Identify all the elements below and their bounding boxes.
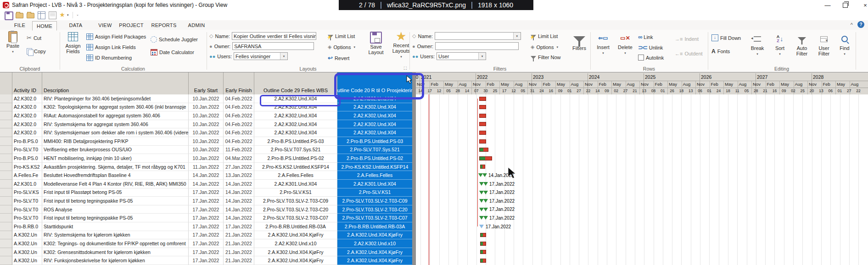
activity-id-cell[interactable]: A.Felles.Fe [12, 171, 42, 180]
activity-id-cell[interactable]: Pro-SLV.KS [12, 188, 42, 197]
outline-code-29-cell[interactable]: 2.Pro-SLV.T03.SLV-2.T03-C09 [254, 197, 337, 205]
early-finish-cell[interactable]: 14.Jan.2022 [224, 205, 254, 214]
cut-button[interactable]: ✂Cut [27, 34, 41, 41]
description-cell[interactable]: MMI400: RIB Detaljprosjektering FP/KP [42, 137, 189, 146]
milestone-marker-icon[interactable] [483, 182, 488, 186]
gantt-activity-bar[interactable] [479, 97, 486, 101]
outline-code-29-cell[interactable]: 2.Pro-SLV.T07.Sys.521 [254, 146, 337, 155]
window-view-icon[interactable] [38, 11, 45, 19]
description-cell[interactable]: ROS Analyse [42, 205, 189, 214]
outline-code-29-cell[interactable]: 2.A2.K302.Und.X04 [254, 111, 337, 120]
tab-data[interactable]: DATA [64, 21, 87, 29]
outline-code-20-cell[interactable]: 2.Pro-SLV.KS1 [337, 188, 412, 197]
autolink-checkbox-icon[interactable] [638, 55, 644, 61]
row-header-cell[interactable] [0, 205, 12, 214]
chevron-down-icon[interactable]: ▾ [280, 53, 287, 60]
outline-code-29-cell[interactable]: 2.Pro-B.PS.Untitled.PS-03 [254, 137, 337, 146]
early-finish-cell[interactable]: 21.Jan.2022 [224, 256, 254, 265]
activity-id-cell[interactable]: A.K302.Un [12, 231, 42, 240]
gantt-activity-bar[interactable] [480, 250, 486, 254]
column-header-outline-code-29[interactable]: Outline Code 29 Felles WBS [254, 72, 337, 94]
outline-code-20-cell[interactable]: 2.A2.K301.Und.X04 [337, 180, 412, 188]
row-header-cell[interactable] [0, 197, 12, 205]
description-cell[interactable]: K302: Topologiskjema for aggregat system… [42, 103, 189, 112]
tab-file[interactable]: FILE [9, 21, 30, 29]
help-icon[interactable]: ? [857, 21, 864, 28]
qat-dropdown-icon[interactable]: ▾ [67, 13, 69, 17]
row-header-cell[interactable] [0, 111, 12, 120]
description-cell[interactable]: RIV: Plantegninger for 360.406 betjening… [42, 94, 189, 103]
outline-code-29-cell[interactable]: 2.A2.K302.Und.X04 [254, 120, 337, 129]
description-cell[interactable]: Verifisering etter brukerprosess OUS/UiO [42, 146, 189, 155]
description-cell[interactable]: Besluttet Hovedfremdriftsplan Baseline 4 [42, 171, 189, 180]
minimize-button[interactable]: — [821, 0, 834, 10]
activity-id-cell[interactable]: A2.K302.0 [12, 103, 42, 112]
early-finish-cell[interactable]: 14.Jan.2022 [224, 197, 254, 205]
outline-code-20-cell[interactable]: 2.Pro-SLV.T03.SLV-2.T03-C09 [337, 197, 412, 205]
row-header-cell[interactable] [0, 256, 12, 265]
auto-filter-button[interactable]: Auto Filter [791, 33, 812, 56]
activity-id-cell[interactable]: A.K302.Un [12, 239, 42, 248]
gantt-activity-bar[interactable] [479, 131, 486, 135]
tab-view[interactable]: VIEW [94, 21, 116, 29]
early-finish-cell[interactable]: 04.Feb.2022 [224, 94, 254, 103]
outline-code-20-cell[interactable]: 2.Pro-KS.KS2.Untitled.KSFP14 [337, 163, 412, 171]
baseline-milestone-marker-icon[interactable] [479, 225, 484, 228]
chevron-down-icon[interactable]: ▾ [513, 33, 521, 39]
qat-customize-icon[interactable]: ⌄ [76, 13, 79, 17]
table-row[interactable]: A2.K302.0RIV: Plantegninger for 360.406 … [0, 94, 416, 103]
outline-code-20-cell[interactable]: 2.Pro-SLV.T07.Sys.521 [337, 146, 412, 155]
outline-code-20-cell[interactable]: 2.Pro-SLV.T03.SLV-2.T03-C07 [337, 214, 412, 222]
table-row[interactable]: Pro-SLV.KSFrist input til Plasstøpt beto… [0, 188, 416, 197]
early-finish-cell[interactable]: 21.Jan.2022 [224, 248, 254, 257]
unlink-button[interactable]: ⊃⊂Unlink [638, 44, 663, 51]
outline-code-29-cell[interactable]: 2.A.K302.Und.X04.KjøFry [254, 231, 337, 240]
break-button[interactable]: Break▾ [747, 33, 767, 57]
layout-revert-button[interactable]: ↩Revert [328, 55, 349, 61]
outline-code-29-cell[interactable]: 2.A2.K302.Und.X04 [254, 94, 337, 103]
tab-project[interactable]: PROJECT [117, 21, 146, 29]
early-finish-cell[interactable]: 04.Feb.2022 [224, 137, 254, 146]
insert-button[interactable]: ⇐▭ Insert▾ [594, 33, 612, 56]
row-header-cell[interactable] [0, 103, 12, 112]
layout-options-button[interactable]: ◈Options▾ [328, 44, 355, 50]
row-header-cell[interactable] [0, 248, 12, 257]
early-start-cell[interactable]: 17.Jan.2022 [189, 197, 224, 205]
table-row[interactable]: A2.K302.0RIAut: Automasjonstabell for ag… [0, 111, 416, 120]
outline-code-29-cell[interactable]: 2.Pro-B.RB.Untitled.RB-03A [254, 222, 337, 231]
gantt-activity-bar[interactable] [480, 242, 486, 246]
early-start-cell[interactable]: 17.Jan.2022 [189, 205, 224, 214]
outline-code-29-cell[interactable]: 2.A.K302.Und.X04.KjøFry [254, 256, 337, 265]
outline-code-20-cell[interactable]: 2.A.K302.Und.X04.KjøFry [337, 248, 412, 257]
layout-owner-field[interactable]: SAFRANSA [232, 42, 314, 50]
early-start-cell[interactable]: 17.Jan.2022 [189, 239, 224, 248]
fonts-button[interactable]: AFonts [711, 48, 730, 55]
outline-code-29-cell[interactable]: 2.A2.K301.Und.X04 [254, 180, 337, 188]
delete-button[interactable]: ▭✕ Delete▾ [615, 33, 635, 56]
close-button[interactable]: × [859, 0, 868, 10]
description-cell[interactable]: K302: Grensesnittsdokument for kjølerom … [42, 248, 189, 257]
outline-code-29-cell[interactable]: 2.Pro-SLV.KS1 [254, 188, 337, 197]
table-row[interactable]: A.Felles.FeBesluttet Hovedfremdriftsplan… [0, 171, 416, 180]
outline-code-29-cell[interactable]: 2.A2.K302.Und.X04 [254, 103, 337, 112]
table-row[interactable]: Pro-B.RB.0Starttidspunkt17.Jan.202217.Ja… [0, 222, 416, 231]
paste-button[interactable]: Paste▾ [3, 31, 23, 55]
row-header-cell[interactable] [0, 180, 12, 188]
early-finish-cell[interactable]: 14.Jan.2022 [224, 188, 254, 197]
table-row[interactable]: A.K302.UnRIV: Funksjonsbeskrivelse for k… [0, 256, 416, 265]
gantt-activity-bar[interactable] [479, 139, 486, 144]
early-start-cell[interactable]: 17.Jan.2022 [189, 248, 224, 257]
collapse-ribbon-icon[interactable]: ^ [851, 22, 853, 28]
outline-code-20-cell[interactable]: 2.Pro-B.PS.Untitled.PS-02 [337, 154, 412, 163]
early-finish-cell[interactable]: 11.Feb.2022 [224, 146, 254, 155]
fill-down-button[interactable]: ↓Fill Down [711, 34, 741, 41]
milestone-marker-icon[interactable] [483, 199, 488, 203]
description-cell[interactable]: Starttidspunkt [42, 222, 189, 231]
outline-code-29-cell[interactable]: 2.Pro-SLV.T03.SLV-2.T03-C07 [254, 214, 337, 222]
tab-reports[interactable]: REPORTS [149, 21, 179, 29]
row-header-cell[interactable] [0, 128, 12, 137]
outline-code-29-cell[interactable]: 2.A2.K302.Und.x10 [254, 239, 337, 248]
gantt-activity-bar[interactable] [480, 233, 486, 237]
restore-button[interactable] [839, 0, 851, 10]
early-start-cell[interactable]: 17.Jan.2022 [189, 231, 224, 240]
